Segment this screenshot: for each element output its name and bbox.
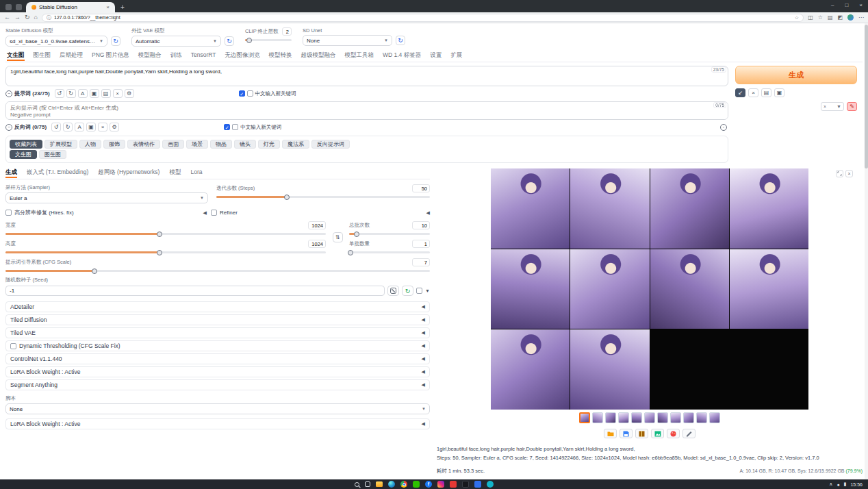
- secondary-checkbox[interactable]: [247, 90, 253, 97]
- close-icon[interactable]: ×: [859, 2, 863, 8]
- settings-tab[interactable]: 模型: [169, 168, 181, 177]
- collapse-icon[interactable]: −: [5, 90, 12, 97]
- main-tab[interactable]: 文生图: [7, 51, 25, 60]
- vae-select[interactable]: Automatic▼: [131, 36, 221, 47]
- signature-icon[interactable]: [682, 429, 695, 438]
- tab-close-icon[interactable]: ×: [106, 4, 110, 10]
- refresh-checkpoints-icon[interactable]: ↻: [111, 36, 120, 46]
- settings-tab[interactable]: 超网络 (Hypernetworks): [98, 168, 159, 177]
- collapse-icon[interactable]: −: [5, 124, 12, 131]
- gallery-thumbnail[interactable]: [592, 412, 603, 423]
- main-tab[interactable]: PNG 图片信息: [92, 51, 129, 60]
- save-icon[interactable]: [620, 429, 633, 438]
- gallery-image[interactable]: [570, 329, 649, 410]
- gallery-thumbnail[interactable]: [579, 412, 590, 423]
- close-gallery-icon[interactable]: ×: [845, 170, 853, 177]
- gallery-thumbnail[interactable]: [709, 412, 720, 423]
- chevron-left-icon[interactable]: ◀: [203, 210, 207, 216]
- edge-icon[interactable]: [388, 481, 395, 488]
- clear-prompt-icon[interactable]: ×: [748, 88, 758, 97]
- folder-icon[interactable]: [604, 429, 617, 438]
- tray-chevron-up-icon[interactable]: ∧: [829, 481, 832, 487]
- gallery-image[interactable]: [491, 249, 570, 329]
- accordion-segment-anything[interactable]: Segment Anything◀: [5, 379, 430, 390]
- network-icon[interactable]: ●: [837, 482, 839, 487]
- styles-dropdown[interactable]: × ▼: [821, 102, 844, 111]
- accordion-enable-checkbox[interactable]: [10, 343, 16, 349]
- search-icon[interactable]: [355, 482, 359, 487]
- undo-icon[interactable]: ↺: [55, 89, 64, 98]
- wechat-icon[interactable]: [413, 481, 420, 488]
- translate-icon[interactable]: A: [75, 123, 84, 131]
- generate-button[interactable]: 生成: [735, 66, 857, 84]
- batch-count-slider[interactable]: [349, 233, 430, 235]
- tag-group-button[interactable]: 物品: [210, 140, 232, 149]
- extra-seed-checkbox[interactable]: [416, 288, 422, 294]
- home-icon[interactable]: ⌂: [34, 14, 38, 21]
- steps-value[interactable]: 50: [412, 184, 430, 192]
- translate-checkbox[interactable]: [224, 124, 230, 130]
- main-tab[interactable]: WD 1.4 标签器: [383, 51, 421, 60]
- tag-group-button[interactable]: 镜头: [234, 140, 256, 149]
- gallery-image[interactable]: [491, 168, 570, 249]
- negative-prompt-input[interactable]: [5, 101, 728, 120]
- tab-search-icon[interactable]: [16, 4, 22, 10]
- forward-icon[interactable]: →: [14, 14, 21, 21]
- translate-checkbox[interactable]: [239, 90, 245, 97]
- gallery-thumbnail[interactable]: [683, 412, 694, 423]
- main-tab[interactable]: 超级模型融合: [301, 51, 335, 60]
- paste-icon[interactable]: ▤: [101, 89, 111, 98]
- apply-style-icon[interactable]: ▣: [774, 88, 784, 97]
- translate-icon[interactable]: A: [78, 89, 88, 98]
- extra-networks-icon[interactable]: ▤: [761, 88, 771, 97]
- prompt-input[interactable]: 1girl,beautiful face,long hair,purple ha…: [5, 66, 728, 86]
- main-tab[interactable]: 模型融合: [138, 51, 162, 60]
- refresh-vae-icon[interactable]: ↻: [225, 36, 234, 46]
- random-seed-icon[interactable]: [387, 286, 399, 296]
- sampler-select[interactable]: Euler a▼: [5, 192, 208, 203]
- gallery-image[interactable]: [570, 249, 649, 329]
- profile-avatar[interactable]: [847, 14, 854, 21]
- accordion-adetailer[interactable]: ADetailer◀: [5, 301, 430, 312]
- tag-group-button[interactable]: 画面: [162, 140, 184, 149]
- gallery-image[interactable]: [570, 168, 649, 249]
- workspace-icon[interactable]: [5, 4, 12, 10]
- tag-group-button[interactable]: 扩展模型: [44, 140, 77, 149]
- tag-group-button[interactable]: 反向提示词: [311, 140, 350, 149]
- unet-select[interactable]: None▼: [303, 35, 392, 46]
- instagram-icon[interactable]: [437, 481, 444, 488]
- gallery-thumbnail[interactable]: [696, 412, 707, 423]
- clip-skip-slider[interactable]: [245, 39, 292, 41]
- tag-mode-button[interactable]: 图生图: [39, 150, 66, 159]
- app-teal-icon[interactable]: [487, 481, 494, 488]
- settings-tab[interactable]: Lora: [190, 168, 202, 177]
- redo-icon[interactable]: ↻: [63, 123, 73, 131]
- gallery-image[interactable]: [650, 168, 729, 249]
- more-menu-icon[interactable]: ⋯: [858, 14, 864, 21]
- accordion-lora-block-weight[interactable]: LoRA Block Weight : Active ◀: [5, 418, 430, 429]
- maximize-icon[interactable]: □: [845, 2, 848, 8]
- zip-icon[interactable]: [635, 429, 648, 438]
- image-icon[interactable]: [651, 429, 664, 438]
- height-value[interactable]: 1024: [308, 240, 326, 248]
- app-red-icon[interactable]: [450, 481, 457, 488]
- batch-size-slider[interactable]: [349, 251, 430, 253]
- copy-icon[interactable]: ▣: [86, 123, 96, 131]
- settings-tab[interactable]: 生成: [5, 168, 17, 177]
- accordion-dynamic-thresholding-cfg-scale-fix-[interactable]: Dynamic Thresholding (CFG Scale Fix)◀: [5, 340, 430, 351]
- page-scrollbar[interactable]: [865, 23, 868, 479]
- settings-icon[interactable]: ⚙: [110, 123, 119, 131]
- main-tab[interactable]: TensorRT: [191, 51, 216, 60]
- accordion-tiled-diffusion[interactable]: Tiled Diffusion◀: [5, 314, 430, 325]
- address-bar[interactable]: ⓘ 127.0.0.1:7860/?__theme=light ☆: [42, 14, 804, 22]
- palette-icon[interactable]: [667, 429, 680, 438]
- main-tab[interactable]: 无边图像浏览: [225, 51, 259, 60]
- batch-count-value[interactable]: 10: [412, 221, 430, 229]
- undo-icon[interactable]: ↺: [51, 123, 61, 131]
- gallery-image[interactable]: [650, 249, 729, 329]
- extensions-icon[interactable]: ◩: [837, 14, 843, 21]
- refiner-checkbox[interactable]: [211, 210, 217, 216]
- gallery-empty-cell[interactable]: [730, 329, 808, 410]
- battery-icon[interactable]: ▮: [844, 481, 847, 487]
- main-tab[interactable]: 图生图: [34, 51, 51, 60]
